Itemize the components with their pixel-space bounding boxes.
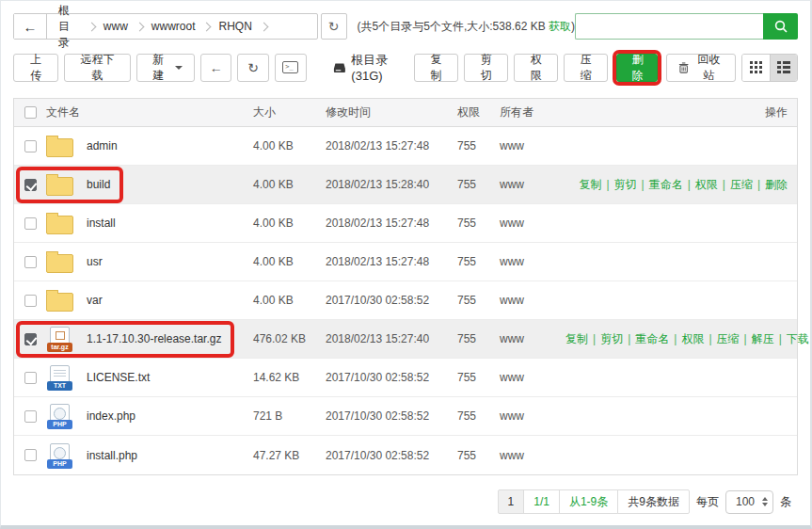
action-separator: | bbox=[642, 178, 645, 191]
row-checkbox[interactable] bbox=[24, 179, 37, 191]
action-separator: | bbox=[779, 332, 782, 345]
page-number-button[interactable]: 1 bbox=[498, 489, 525, 514]
row-checkbox[interactable] bbox=[24, 372, 37, 384]
row-action-link[interactable]: 压缩 bbox=[717, 332, 740, 345]
table-row: install 4.00 KB 2018/02/13 15:27:48 755 … bbox=[14, 204, 797, 243]
per-page-select[interactable]: 100 bbox=[725, 490, 773, 514]
breadcrumb-back-button[interactable]: ← bbox=[14, 14, 47, 39]
file-icon: TXT bbox=[46, 364, 74, 391]
refresh-button[interactable]: ↻ bbox=[237, 54, 269, 82]
action-separator: | bbox=[744, 332, 747, 345]
row-action-link[interactable]: 复制 bbox=[579, 178, 601, 191]
file-permission: 755 bbox=[457, 409, 500, 423]
file-name[interactable]: LICENSE.txt bbox=[87, 371, 150, 384]
file-size: 4.00 KB bbox=[253, 178, 326, 191]
file-permission: 755 bbox=[457, 332, 500, 345]
fetch-size-link[interactable]: 获取 bbox=[549, 20, 571, 33]
row-checkbox[interactable] bbox=[24, 140, 37, 152]
search-button[interactable] bbox=[763, 13, 798, 40]
row-action-link[interactable]: 重命名 bbox=[635, 332, 669, 345]
file-permission: 755 bbox=[457, 139, 500, 152]
file-owner: www bbox=[500, 178, 565, 191]
row-checkbox[interactable] bbox=[24, 295, 37, 307]
file-mtime: 2017/10/30 02:58:52 bbox=[326, 449, 457, 462]
file-name[interactable]: usr bbox=[87, 255, 103, 268]
file-name[interactable]: install.php bbox=[87, 449, 137, 462]
action-separator: | bbox=[606, 178, 609, 191]
file-size: 14.62 KB bbox=[253, 371, 326, 384]
breadcrumb-item[interactable]: www bbox=[103, 20, 128, 33]
file-name[interactable]: var bbox=[87, 294, 103, 307]
row-checkbox[interactable] bbox=[24, 410, 37, 423]
row-action-link[interactable]: 剪切 bbox=[614, 178, 637, 191]
per-page-unit: 条 bbox=[780, 494, 791, 510]
file-mtime: 2018/02/13 15:27:48 bbox=[326, 216, 457, 230]
row-actions: 复制|剪切|重命名|权限|压缩|删除 bbox=[565, 177, 797, 193]
refresh-icon: ↻ bbox=[247, 60, 259, 75]
remote-download-button[interactable]: 远程下载 bbox=[64, 54, 131, 82]
range-indicator[interactable]: 从1-9条 bbox=[559, 489, 618, 514]
breadcrumb-item[interactable]: 根目录 bbox=[58, 3, 80, 51]
row-action-link[interactable]: 下载 bbox=[787, 332, 809, 345]
row-action-link[interactable]: 解压 bbox=[752, 332, 774, 345]
permission-button[interactable]: 权限 bbox=[514, 54, 558, 82]
row-checkbox[interactable] bbox=[24, 449, 37, 461]
toolbar-right: 复制 剪切 权限 压缩 删除 回收站 bbox=[414, 54, 798, 82]
per-page-value: 100 bbox=[736, 495, 755, 508]
grid-view-button[interactable] bbox=[742, 55, 770, 81]
file-icon bbox=[46, 133, 74, 159]
file-owner: www bbox=[500, 332, 565, 345]
row-action-link[interactable]: 删除 bbox=[765, 178, 788, 191]
copy-button[interactable]: 复制 bbox=[414, 54, 458, 82]
new-button[interactable]: 新建 bbox=[136, 54, 195, 82]
terminal-button[interactable]: >_ bbox=[275, 54, 307, 82]
pagination: 1 1/1 从1-9条 共9条数据 每页 100 条 bbox=[13, 489, 798, 514]
page-indicator[interactable]: 1/1 bbox=[523, 489, 560, 514]
row-action-link[interactable]: 剪切 bbox=[600, 332, 623, 345]
file-owner: www bbox=[500, 409, 565, 423]
file-permission: 755 bbox=[457, 294, 500, 307]
file-name[interactable]: build bbox=[87, 178, 110, 191]
compress-button[interactable]: 压缩 bbox=[564, 54, 608, 82]
file-size: 4.00 KB bbox=[253, 216, 326, 230]
row-action-link[interactable]: 重命名 bbox=[649, 178, 683, 191]
file-name[interactable]: index.php bbox=[87, 409, 135, 423]
row-action-link[interactable]: 权限 bbox=[681, 332, 704, 345]
breadcrumb-item[interactable]: wwwroot bbox=[151, 20, 196, 33]
upload-button[interactable]: 上传 bbox=[13, 54, 58, 82]
file-name[interactable]: admin bbox=[87, 139, 118, 152]
file-permission: 755 bbox=[457, 178, 500, 191]
file-permission: 755 bbox=[457, 216, 500, 230]
row-action-link[interactable]: 复制 bbox=[565, 332, 588, 345]
file-name[interactable]: install bbox=[87, 216, 116, 230]
back-button[interactable]: ← bbox=[200, 54, 232, 82]
back-arrow-icon: ← bbox=[24, 19, 38, 35]
row-actions: 复制|剪切|重命名|权限|压缩|解压|下载|删除 bbox=[565, 331, 812, 347]
file-size: 4.00 KB bbox=[253, 294, 326, 307]
search-input[interactable] bbox=[575, 13, 763, 40]
table-row: usr 4.00 KB 2018/02/13 15:27:48 755 www bbox=[14, 243, 797, 281]
refresh-icon: ↻ bbox=[328, 19, 340, 34]
cut-button[interactable]: 剪切 bbox=[464, 54, 508, 82]
row-checkbox[interactable] bbox=[24, 256, 37, 268]
table-row: var 4.00 KB 2017/10/30 02:58:52 755 www bbox=[14, 281, 797, 320]
row-checkbox[interactable] bbox=[24, 217, 37, 230]
list-view-button[interactable] bbox=[770, 55, 797, 81]
row-checkbox[interactable] bbox=[24, 333, 37, 345]
table-row: build 4.00 KB 2018/02/13 15:28:40 755 ww… bbox=[14, 166, 797, 204]
summary-text: (共5个目录与5个文件,大小:538.62 KB bbox=[358, 20, 549, 33]
file-name[interactable]: 1.1-17.10.30-release.tar.gz bbox=[87, 332, 221, 345]
breadcrumb-item[interactable]: RHQN bbox=[218, 20, 251, 33]
recycle-bin-label: 回收站 bbox=[694, 52, 724, 84]
row-action-link[interactable]: 压缩 bbox=[730, 178, 753, 191]
per-page-label: 每页 bbox=[696, 494, 719, 510]
row-action-link[interactable]: 权限 bbox=[695, 178, 718, 191]
select-all-checkbox[interactable] bbox=[24, 106, 37, 119]
header-owner: 所有者 bbox=[500, 104, 565, 120]
grid-view-icon bbox=[750, 61, 762, 73]
path-refresh-button[interactable]: ↻ bbox=[321, 13, 347, 40]
delete-button[interactable]: 删除 bbox=[616, 54, 658, 82]
view-toggle-group bbox=[741, 54, 798, 82]
file-owner: www bbox=[500, 255, 565, 268]
recycle-bin-button[interactable]: 回收站 bbox=[666, 54, 736, 82]
